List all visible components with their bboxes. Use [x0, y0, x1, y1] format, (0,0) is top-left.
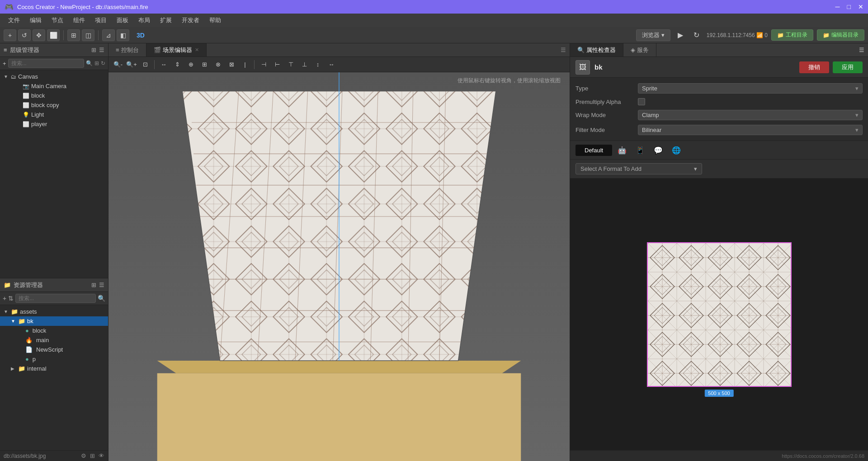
asset-item-main[interactable]: 🔥 main	[0, 335, 108, 345]
asset-item-assets[interactable]: ▼ 📁 assets	[0, 307, 108, 316]
scene-tool-2[interactable]: ⇕	[171, 59, 183, 70]
editor-dir-button[interactable]: 📁 编辑器目录	[817, 29, 864, 41]
tree-item-light[interactable]: 💡 Light	[0, 110, 108, 119]
hierarchy-refresh-icon[interactable]: ↻	[101, 60, 105, 66]
maximize-button[interactable]: □	[847, 3, 851, 10]
scene-tab-close[interactable]: ✕	[195, 47, 199, 53]
asset-item-p[interactable]: ● p	[0, 354, 108, 364]
tab-inspector[interactable]: 🔍 属性检查器	[570, 43, 623, 56]
scene-align-2[interactable]: ⊢	[271, 59, 283, 70]
menu-developer[interactable]: 开发者	[177, 14, 204, 26]
console-icon: ≡	[116, 47, 119, 53]
undo-button[interactable]: ↺	[18, 29, 31, 41]
minimize-button[interactable]: ─	[835, 3, 840, 10]
menu-node[interactable]: 节点	[47, 14, 68, 26]
menu-help[interactable]: 帮助	[205, 14, 226, 26]
window-controls[interactable]: ─ □ ✕	[835, 3, 863, 10]
close-button[interactable]: ✕	[858, 3, 863, 10]
tab-console[interactable]: ≡ 控制台	[108, 43, 146, 56]
type-dropdown[interactable]: Sprite ▾	[638, 83, 863, 94]
tree-item-block[interactable]: ⬜ block	[0, 91, 108, 100]
tab-service[interactable]: ◈ 服务	[623, 43, 656, 56]
scene-align-6[interactable]: ↔	[326, 59, 337, 70]
format-tab-phone[interactable]: 📱	[632, 144, 648, 156]
zoom-out-button[interactable]: 🔍-	[112, 59, 124, 70]
assets-add-button[interactable]: +	[3, 295, 6, 302]
premultiply-checkbox[interactable]	[638, 98, 645, 105]
tab-scene-editor[interactable]: 🎬 场景编辑器 ✕	[146, 43, 207, 56]
tree-item-block-copy[interactable]: ⬜ block copy	[0, 100, 108, 110]
menu-layout[interactable]: 布局	[134, 14, 155, 26]
statusbar-icon-3[interactable]: 👁	[99, 452, 104, 459]
play-button[interactable]: ▶	[674, 29, 687, 41]
scene-view[interactable]: 使用鼠标右键旋转视角，使用滚轮缩放视图	[108, 72, 570, 461]
p-circle-icon: ●	[25, 356, 29, 362]
scene-tool-7[interactable]: |	[239, 59, 251, 70]
menu-extend[interactable]: 扩展	[156, 14, 176, 26]
menu-project[interactable]: 项目	[90, 14, 111, 26]
scene-tool-4[interactable]: ⊞	[198, 59, 210, 70]
icon-btn-2[interactable]: ◧	[117, 29, 129, 41]
project-dir-button[interactable]: 📁 工程目录	[771, 29, 813, 41]
asset-item-newscript[interactable]: 📄 NewScript	[0, 345, 108, 354]
asset-item-bk[interactable]: ▼ 📁 bk	[0, 316, 108, 326]
menu-edit[interactable]: 编辑	[25, 14, 46, 26]
hierarchy-filter-icon[interactable]: ⊞	[94, 60, 99, 66]
assets-panel: 📁 资源管理器 ⊞ ☰ + ⇅ 🔍 ▼ 📁 assets	[0, 278, 108, 450]
filter-mode-dropdown[interactable]: Bilinear ▾	[638, 125, 863, 135]
shape-button[interactable]: ◫	[82, 29, 94, 41]
cancel-button[interactable]: 撤销	[799, 61, 829, 73]
right-statusbar: https://docs.cocos.com/creator/2.0.68	[570, 450, 868, 461]
assets-search-icon[interactable]: 🔍	[98, 295, 105, 302]
scene-align-5[interactable]: ↕	[312, 59, 324, 70]
center-tab-action-1[interactable]: ☰	[561, 47, 566, 53]
assets-action-2[interactable]: ☰	[99, 282, 104, 288]
asset-item-block[interactable]: ● block	[0, 326, 108, 335]
tree-item-main-camera[interactable]: 📷 Main Camera	[0, 81, 108, 91]
tree-item-player[interactable]: ⬜ player	[0, 119, 108, 129]
scene-align-4[interactable]: ⊥	[298, 59, 310, 70]
assets-sort-button[interactable]: ⇅	[8, 295, 14, 302]
hierarchy-action-1[interactable]: ⊞	[91, 47, 96, 53]
wrap-mode-dropdown[interactable]: Clamp ▾	[638, 110, 863, 120]
premultiply-value	[638, 98, 863, 105]
assets-action-1[interactable]: ⊞	[91, 282, 96, 288]
scene-align-1[interactable]: ⊣	[258, 59, 269, 70]
type-value: Sprite ▾	[638, 83, 863, 94]
add-format-select[interactable]: Select A Format To Add ▾	[576, 163, 702, 174]
move-button[interactable]: ✥	[33, 29, 45, 41]
zoom-in-button[interactable]: 🔍+	[126, 59, 137, 70]
browser-button[interactable]: 浏览器 ▾	[636, 29, 670, 41]
refresh-button[interactable]: ↻	[690, 29, 703, 41]
right-tab-action-1[interactable]: ☰	[859, 47, 864, 53]
scene-align-3[interactable]: ⊤	[285, 59, 297, 70]
premultiply-label: Premultiply Alpha	[576, 99, 634, 105]
format-tab-message[interactable]: 💬	[650, 144, 666, 156]
add-button[interactable]: +	[4, 29, 16, 41]
hierarchy-search-input[interactable]	[8, 59, 84, 68]
hierarchy-add-icon[interactable]: +	[3, 60, 6, 67]
scene-tool-6[interactable]: ⊠	[226, 59, 237, 70]
zoom-fit-button[interactable]: ⊡	[139, 59, 151, 70]
hierarchy-action-2[interactable]: ☰	[99, 47, 104, 53]
format-tab-android[interactable]: 🤖	[614, 144, 630, 156]
assets-search-input[interactable]	[15, 294, 96, 303]
menu-component[interactable]: 组件	[69, 14, 90, 26]
3d-button[interactable]: 3D	[131, 30, 150, 40]
hierarchy-search-icon[interactable]: 🔍	[86, 60, 93, 66]
menu-file[interactable]: 文件	[4, 14, 24, 26]
scene-tool-1[interactable]: ↔	[158, 59, 170, 70]
menu-panel[interactable]: 面板	[112, 14, 133, 26]
icon-btn-1[interactable]: ⊿	[102, 29, 115, 41]
format-tab-default[interactable]: Default	[576, 145, 612, 156]
format-tab-web[interactable]: 🌐	[668, 144, 684, 156]
scene-tool-5[interactable]: ⊗	[212, 59, 224, 70]
apply-button[interactable]: 应用	[833, 61, 863, 73]
asset-item-internal[interactable]: ▶ 📁 internal	[0, 364, 108, 373]
tree-item-canvas[interactable]: ▼ 🗂 Canvas	[0, 72, 108, 81]
rect-button[interactable]: ⬜	[47, 29, 60, 41]
transform-button[interactable]: ⊞	[67, 29, 80, 41]
scene-tool-3[interactable]: ⊕	[185, 59, 197, 70]
statusbar-icon-1[interactable]: ⚙	[81, 452, 86, 459]
statusbar-icon-2[interactable]: ⊞	[90, 452, 95, 459]
